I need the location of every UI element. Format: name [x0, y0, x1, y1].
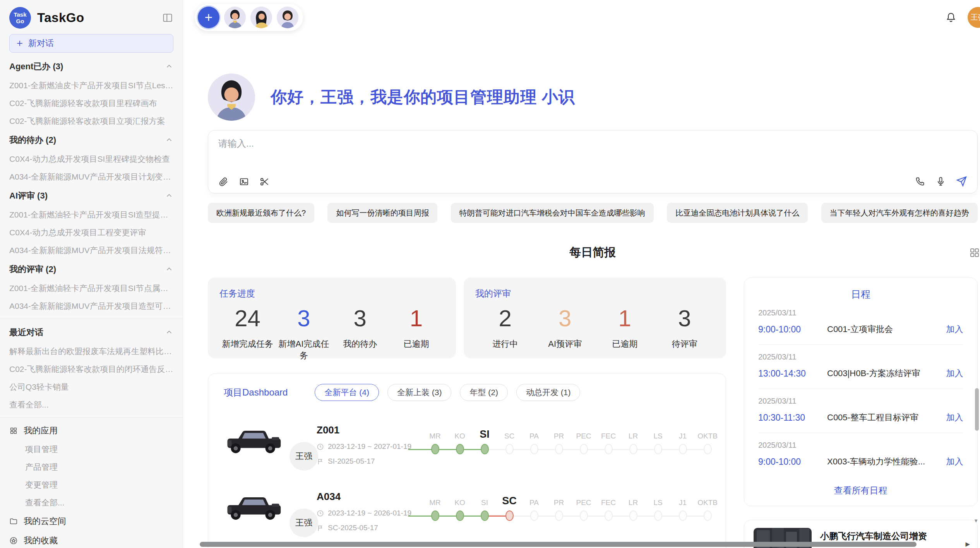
milestone: PR — [547, 489, 571, 521]
milestone: PEC — [571, 489, 596, 521]
new-chat-button[interactable]: 新对话 — [9, 34, 173, 53]
input-toolbar — [218, 176, 967, 187]
project-row-a034[interactable]: 王强 A034 2023-12-19 ~ 2026-01-19 — [224, 489, 710, 534]
chat-input[interactable] — [218, 137, 967, 176]
user-avatar[interactable]: 王强 — [968, 7, 980, 28]
notifications-bell-icon[interactable] — [945, 12, 957, 23]
microphone-icon[interactable] — [935, 176, 946, 187]
recent-chat-item[interactable]: 解释最新出台的欧盟报废车法规再生塑料比例被调至15%... — [9, 342, 173, 360]
image-upload-icon[interactable] — [239, 176, 249, 187]
sidebar-item[interactable]: C02-飞腾新能源轻客改款项目里程碑画布 — [9, 94, 173, 112]
sidebar-item[interactable]: Z001-全新燃油轻卡产品开发项目SI造型提交物评审 — [9, 206, 173, 224]
sidebar-item-change-mgmt[interactable]: 变更管理 — [9, 476, 173, 494]
sidebar-item-cloud-space[interactable]: 我的云空间 — [9, 512, 173, 531]
dashboard-tabs: 全新平台 (4) 全新上装 (3) 年型 (2) 动总开发 (1) — [315, 384, 580, 401]
project-dates: 2023-12-19 ~ 2026-01-19 — [317, 509, 418, 517]
brief-right-column: 日程 2025/03/11 9:00-10:00 C001-立项审批会 加入 2… — [744, 277, 978, 548]
add-agent-button[interactable] — [198, 7, 219, 28]
sidebar-item-project-mgmt[interactable]: 项目管理 — [9, 440, 173, 458]
join-link[interactable]: 加入 — [946, 456, 963, 468]
view-all-apps-link[interactable]: 查看全部... — [9, 494, 173, 512]
stat-value: 3 — [276, 306, 332, 331]
collapse-sidebar-icon[interactable] — [162, 12, 173, 23]
stat-value: 2 — [475, 306, 535, 331]
milestone-node — [555, 510, 563, 521]
scissors-icon[interactable] — [259, 176, 270, 187]
sidebar-item[interactable]: A034-全新新能源MUV产品开发项目法规符合性评审 — [9, 241, 173, 259]
attachment-icon[interactable] — [218, 176, 229, 187]
section-header-my-review[interactable]: 我的评审 (2) — [9, 259, 173, 279]
daily-brief-title: 每日简报 — [569, 245, 616, 260]
section-title: AI评审 (3) — [9, 190, 48, 202]
layout-grid-icon[interactable] — [969, 247, 980, 258]
sidebar-item-my-apps[interactable]: 我的应用 — [9, 421, 173, 440]
schedule-date: 2025/03/11 — [758, 397, 963, 406]
vertical-scrollbar-thumb[interactable] — [975, 388, 979, 431]
horizontal-scrollbar-thumb[interactable] — [200, 542, 917, 547]
tab-all-new-platform[interactable]: 全新平台 (4) — [315, 384, 379, 401]
section-header-ai-review[interactable]: AI评审 (3) — [9, 186, 173, 206]
section-header-recent-chats[interactable]: 最近对话 — [9, 322, 173, 342]
milestone: J1 — [670, 489, 695, 521]
milestone-node — [530, 510, 538, 521]
stat: 3 我的待办 — [332, 306, 388, 361]
my-review-card: 我的评审 2 进行中 3 AI预评审 — [464, 277, 726, 358]
agent-pill — [195, 4, 303, 31]
project-name: A034 — [317, 491, 418, 503]
tab-powertrain[interactable]: 动总开发 (1) — [516, 384, 581, 401]
sidebar-item[interactable]: C0X4-动力总成开发项目SI里程碑提交物检查 — [9, 150, 173, 168]
section-header-my-todo[interactable]: 我的待办 (2) — [9, 130, 173, 150]
sidebar-item-favorites[interactable]: 我的收藏 — [9, 531, 173, 548]
stat: 1 已逾期 — [595, 306, 655, 350]
task-progress-card: 任务进度 24 新增完成任务 3 新增AI完成任务 — [208, 277, 456, 358]
sidebar-item[interactable]: A034-全新新能源MUV产品开发项目计划变更表编写 — [9, 168, 173, 186]
project-car: 王强 — [224, 489, 317, 527]
scroll-down-arrow[interactable]: ▼ — [973, 518, 978, 524]
scroll-right-arrow[interactable]: ▶ — [965, 541, 970, 548]
project-car: 王强 — [224, 423, 317, 461]
suggestion-chip[interactable]: 比亚迪全固态电池计划具体说了什么 — [667, 203, 808, 223]
taskgo-logo: Task Go — [9, 7, 31, 29]
date-range: 2023-12-19 ~ 2027-01-19 — [328, 442, 411, 451]
milestone: SC — [497, 423, 522, 454]
view-all-schedule-link[interactable]: 查看所有日程 — [758, 485, 963, 497]
section-title: 最近对话 — [9, 327, 43, 338]
stat-label: 已逾期 — [595, 338, 655, 350]
project-info: A034 2023-12-19 ~ 2026-01-19 SC-2025-05-… — [317, 489, 418, 532]
agent-avatar-2[interactable] — [250, 7, 272, 28]
send-icon[interactable] — [956, 176, 967, 187]
chevron-up-icon — [165, 192, 173, 200]
suggestion-chip[interactable]: 特朗普可能对进口汽车增税会对中国车企造成哪些影响 — [451, 203, 654, 223]
sidebar-item[interactable]: C02-飞腾新能源轻客改款项目立项汇报方案 — [9, 112, 173, 130]
recent-chat-item[interactable]: 公司Q3轻卡销量 — [9, 378, 173, 396]
join-link[interactable]: 加入 — [946, 368, 963, 379]
tab-year-model[interactable]: 年型 (2) — [460, 384, 508, 401]
milestone-node — [654, 444, 662, 454]
view-all-chats-link[interactable]: 查看全部... — [9, 396, 173, 414]
chevron-up-icon — [165, 328, 173, 337]
assistant-avatar — [208, 74, 255, 121]
phone-call-icon[interactable] — [915, 176, 925, 187]
agent-avatar-1[interactable] — [224, 7, 246, 28]
sidebar-item[interactable]: Z001-全新燃油轻卡产品开发项目SI节点属性5D文件评审 — [9, 279, 173, 297]
join-link[interactable]: 加入 — [946, 412, 963, 423]
schedule-item: 2025/03/11 10:30-11:30 C005-整车工程目标评审 加入 — [758, 389, 963, 433]
suggestion-chip[interactable]: 如何写一份清晰的项目周报 — [327, 203, 437, 223]
dashboard-title: 项目Dashboard — [224, 386, 288, 399]
agent-avatar-3[interactable] — [277, 7, 298, 28]
suggestion-chip[interactable]: 当下年轻人对汽车外观有怎样的喜好趋势 — [821, 203, 978, 223]
milestone-node — [456, 510, 464, 521]
recent-chat-item[interactable]: C02-飞腾新能源轻客改款项目的闭环通告反馈情况 — [9, 360, 173, 378]
project-row-z001[interactable]: 王强 Z001 2023-12-19 ~ 2027-01-19 — [224, 423, 710, 468]
sidebar-item[interactable]: A034-全新新能源MUV产品开发项目造型可行性评审 — [9, 297, 173, 315]
project-owner-badge: 王强 — [290, 442, 318, 471]
sidebar-item-product-mgmt[interactable]: 产品管理 — [9, 458, 173, 476]
join-link[interactable]: 加入 — [946, 324, 963, 335]
sidebar-item[interactable]: C0X4-动力总成开发项目工程变更评审 — [9, 224, 173, 241]
section-header-agent-done[interactable]: Agent已办 (3) — [9, 57, 173, 77]
sidebar-item[interactable]: Z001-全新燃油皮卡产品开发项目SI节点Lesson Learn报告 — [9, 77, 173, 94]
milestone-track: MR KO SI SC PA PR PEC FEC LR LS — [423, 489, 722, 534]
flag-text: SC-2025-05-17 — [328, 524, 378, 532]
tab-new-body[interactable]: 全新上装 (3) — [387, 384, 452, 401]
suggestion-chip[interactable]: 欧洲新规最近颁布了什么? — [208, 203, 314, 223]
